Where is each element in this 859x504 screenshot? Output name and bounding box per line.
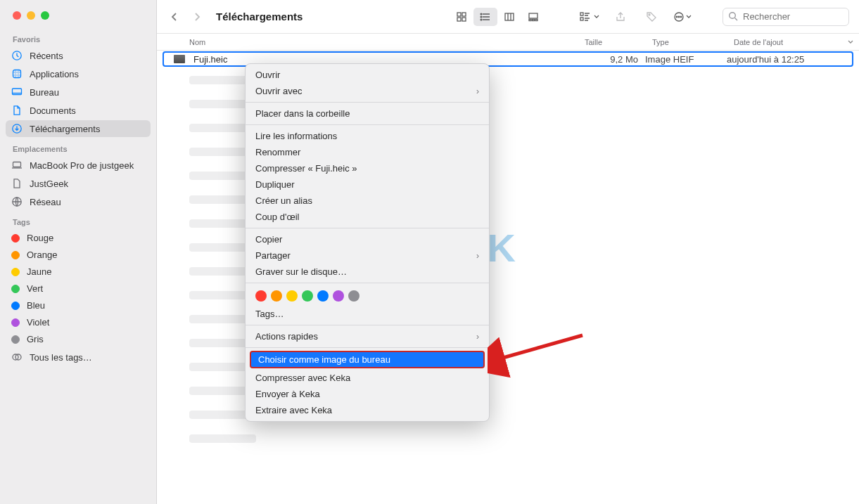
- context-menu-item[interactable]: Compresser « Fuji.heic »: [246, 160, 489, 176]
- sidebar-item-label: Tous les tags…: [30, 352, 92, 363]
- maximize-window-button[interactable]: [41, 11, 49, 20]
- tag-color-dot[interactable]: [302, 290, 313, 302]
- svg-point-22: [649, 14, 650, 15]
- sidebar-item-label: JustGeek: [30, 179, 68, 189]
- context-menu-item[interactable]: Extraire avec Keka: [246, 402, 489, 418]
- search-field[interactable]: [723, 8, 849, 26]
- col-kind-header[interactable]: Type: [652, 38, 734, 46]
- minimize-window-button[interactable]: [27, 11, 35, 20]
- svg-rect-18: [533, 19, 535, 20]
- chevron-right-icon: ›: [476, 251, 479, 261]
- forward-button[interactable]: [189, 9, 205, 25]
- sidebar-item-label: Téléchargements: [30, 124, 100, 134]
- toolbar: Téléchargements: [157, 0, 859, 34]
- tag-dot-icon: [11, 285, 20, 293]
- tag-color-dot[interactable]: [255, 290, 267, 302]
- view-gallery-button[interactable]: [521, 8, 545, 26]
- back-button[interactable]: [167, 9, 182, 25]
- sidebar-item-applications[interactable]: Applications: [6, 65, 151, 82]
- group-button[interactable]: [578, 8, 602, 26]
- tags-icon: [11, 351, 23, 363]
- tag-dot-icon: [11, 234, 20, 243]
- context-menu-item[interactable]: Créer un alias: [246, 193, 489, 209]
- context-menu-item[interactable]: Compresser avec Keka: [246, 370, 489, 386]
- tag-color-dot[interactable]: [286, 290, 298, 302]
- svg-rect-10: [457, 18, 461, 21]
- context-menu: OuvrirOuvrir avec›Placer dans la corbeil…: [245, 63, 490, 422]
- context-menu-item[interactable]: Ouvrir: [246, 67, 489, 83]
- sidebar-item-downloads[interactable]: Téléchargements: [6, 120, 151, 137]
- context-menu-tags[interactable]: Tags…: [246, 306, 489, 322]
- sidebar-item-macbook[interactable]: MacBook Pro de justgeek: [6, 157, 151, 174]
- view-list-button[interactable]: [473, 8, 497, 26]
- context-menu-item[interactable]: Coup d'œil: [246, 209, 489, 225]
- tag-dot-icon: [11, 318, 20, 327]
- context-menu-item[interactable]: Ouvrir avec›: [246, 83, 489, 99]
- context-menu-item[interactable]: Renommer: [246, 144, 489, 160]
- sidebar-section-favorites-title: Favoris: [0, 28, 156, 46]
- tag-color-dot[interactable]: [317, 290, 329, 302]
- sidebar-tag-item[interactable]: Bleu: [6, 297, 151, 314]
- sidebar: Favoris Récents Applications Bureau Docu…: [0, 0, 157, 504]
- context-menu-quick-actions[interactable]: Actions rapides›: [246, 328, 489, 344]
- sidebar-item-label: Applications: [30, 69, 79, 79]
- view-columns-button[interactable]: [497, 8, 521, 26]
- sidebar-item-label: Documents: [30, 105, 76, 116]
- share-button[interactable]: [609, 8, 632, 26]
- download-icon: [11, 123, 23, 134]
- sidebar-item-desktop[interactable]: Bureau: [6, 84, 151, 101]
- chevron-right-icon: ›: [476, 332, 479, 342]
- tag-dot-icon: [11, 251, 20, 259]
- col-size-header[interactable]: Taille: [585, 38, 652, 46]
- file-thumbnail-icon: [174, 55, 185, 63]
- context-menu-item[interactable]: Partager›: [246, 247, 489, 264]
- svg-rect-15: [505, 13, 514, 20]
- sidebar-item-label: Vert: [27, 283, 43, 294]
- context-menu-item[interactable]: Graver sur le disque…: [246, 264, 489, 280]
- svg-point-27: [730, 12, 736, 18]
- view-mode-group: [450, 8, 545, 26]
- sidebar-item-network[interactable]: Réseau: [6, 193, 151, 210]
- sidebar-tag-item[interactable]: Vert: [6, 280, 151, 297]
- file-date: aujourd'hui à 12:25: [727, 54, 852, 65]
- context-menu-set-desktop-picture[interactable]: Choisir comme image du bureau: [250, 351, 485, 368]
- file-name: Fuji.heic: [193, 54, 227, 65]
- window-title: Téléchargements: [216, 11, 303, 22]
- sidebar-item-justgeek[interactable]: JustGeek: [6, 175, 151, 192]
- action-button[interactable]: [670, 8, 694, 26]
- svg-point-26: [680, 16, 682, 18]
- tag-color-dot[interactable]: [271, 290, 282, 302]
- view-grid-button[interactable]: [450, 8, 473, 26]
- context-menu-item[interactable]: Lire les informations: [246, 128, 489, 144]
- context-menu-item[interactable]: Envoyer à Keka: [246, 386, 489, 402]
- sidebar-tag-item[interactable]: Violet: [6, 314, 151, 330]
- window-controls: [0, 0, 156, 28]
- sidebar-item-label: Jaune: [27, 266, 51, 277]
- laptop-icon: [11, 160, 23, 171]
- svg-point-24: [676, 16, 677, 18]
- sidebar-item-label: Rouge: [27, 233, 53, 243]
- sidebar-tag-item[interactable]: Gris: [6, 331, 151, 347]
- tag-color-dot[interactable]: [348, 290, 359, 302]
- file-size: 9,2 Mo: [578, 54, 645, 65]
- tag-button[interactable]: [640, 8, 663, 26]
- sidebar-item-documents[interactable]: Documents: [6, 102, 151, 119]
- sidebar-item-recents[interactable]: Récents: [6, 47, 151, 64]
- sidebar-item-all-tags[interactable]: Tous les tags…: [6, 349, 151, 366]
- svg-rect-9: [462, 13, 466, 16]
- col-date-header[interactable]: Date de l'ajout: [734, 38, 859, 46]
- context-menu-item[interactable]: Dupliquer: [246, 176, 489, 193]
- svg-rect-21: [580, 18, 583, 20]
- context-menu-item[interactable]: Copier: [246, 231, 489, 247]
- sidebar-tag-item[interactable]: Orange: [6, 247, 151, 263]
- search-input[interactable]: [723, 8, 849, 26]
- col-name-header[interactable]: Nom: [189, 38, 585, 46]
- svg-point-14: [481, 19, 482, 20]
- sidebar-tag-item[interactable]: Rouge: [6, 230, 151, 246]
- sidebar-tag-item[interactable]: Jaune: [6, 264, 151, 280]
- context-menu-item[interactable]: Placer dans la corbeille: [246, 105, 489, 122]
- tag-color-dot[interactable]: [333, 290, 344, 302]
- svg-rect-8: [457, 13, 461, 16]
- close-window-button[interactable]: [13, 11, 21, 20]
- list-header: Nom Taille Type Date de l'ajout: [157, 34, 859, 51]
